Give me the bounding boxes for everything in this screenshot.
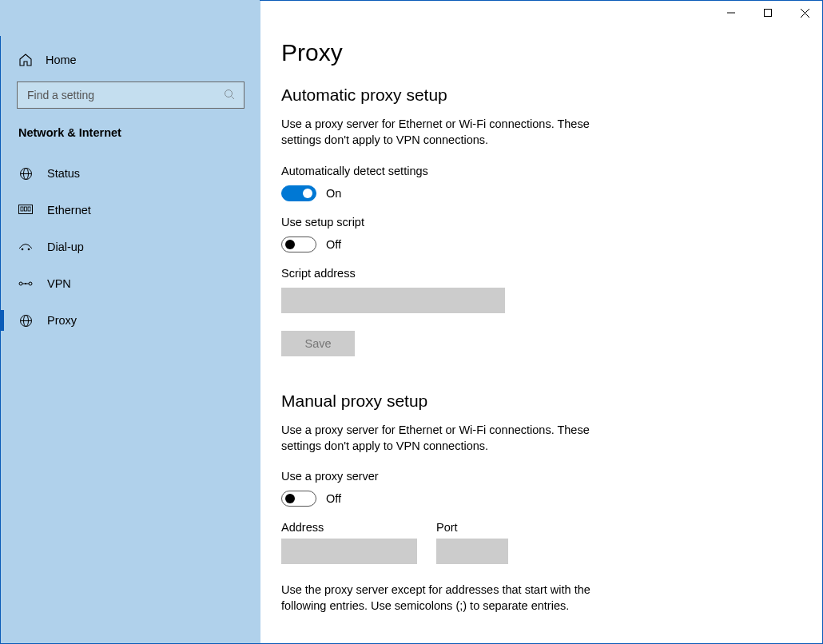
port-input: [436, 539, 508, 564]
svg-rect-2: [765, 10, 772, 17]
sidebar-item-label: Proxy: [47, 314, 77, 327]
svg-rect-13: [28, 207, 30, 211]
script-address-input: [281, 288, 505, 313]
use-proxy-label: Use a proxy server: [281, 470, 798, 483]
ethernet-icon: [18, 203, 33, 217]
svg-rect-11: [21, 207, 23, 211]
sidebar-item-ethernet[interactable]: Ethernet: [1, 192, 260, 229]
sidebar-item-vpn[interactable]: VPN: [1, 265, 260, 302]
script-address-label: Script address: [281, 267, 798, 280]
globe-icon: [18, 166, 33, 181]
manual-section-heading: Manual proxy setup: [281, 392, 798, 411]
search-input[interactable]: [26, 88, 224, 102]
close-button[interactable]: [786, 0, 823, 26]
manual-section-description: Use a proxy server for Ethernet or Wi-Fi…: [281, 422, 617, 455]
address-label: Address: [281, 521, 417, 534]
vpn-icon: [18, 276, 33, 291]
sidebar-item-label: Status: [47, 167, 80, 180]
main-content: Proxy Automatic proxy setup Use a proxy …: [260, 1, 822, 643]
svg-point-17: [29, 282, 32, 285]
dialup-icon: [18, 240, 33, 254]
search-icon: [224, 89, 236, 101]
use-proxy-state: Off: [326, 492, 341, 505]
svg-point-16: [19, 282, 22, 285]
use-script-toggle[interactable]: [281, 237, 316, 252]
auto-detect-state: On: [326, 187, 341, 200]
page-title: Proxy: [281, 39, 798, 66]
svg-line-6: [231, 97, 234, 100]
sidebar-item-status[interactable]: Status: [1, 155, 260, 192]
svg-point-19: [25, 283, 26, 284]
svg-point-5: [225, 90, 232, 97]
sidebar-item-home[interactable]: Home: [1, 45, 260, 75]
auto-section-heading: Automatic proxy setup: [281, 85, 798, 105]
maximize-button[interactable]: [749, 0, 786, 26]
address-input: [281, 539, 417, 564]
port-label: Port: [436, 521, 508, 534]
use-proxy-toggle[interactable]: [281, 491, 316, 507]
sidebar-heading: Network & Internet: [1, 123, 260, 155]
search-box[interactable]: [17, 81, 245, 109]
minimize-button[interactable]: [713, 0, 749, 26]
save-button: Save: [281, 331, 355, 356]
svg-point-15: [28, 248, 30, 251]
sidebar-item-label: VPN: [47, 277, 71, 290]
auto-detect-toggle[interactable]: [281, 185, 316, 201]
sidebar-item-dialup[interactable]: Dial-up: [1, 229, 260, 265]
globe-icon: [18, 313, 33, 328]
exceptions-text: Use the proxy server except for addresse…: [281, 582, 617, 614]
svg-rect-12: [25, 207, 27, 211]
home-icon: [18, 53, 33, 67]
auto-detect-label: Automatically detect settings: [281, 165, 798, 177]
sidebar-item-label: Dial-up: [47, 241, 84, 253]
sidebar-item-label: Ethernet: [47, 204, 91, 217]
sidebar: Home Network & Internet Status Ethernet: [1, 1, 260, 643]
auto-section-description: Use a proxy server for Ethernet or Wi-Fi…: [281, 116, 617, 149]
home-label: Home: [46, 54, 77, 66]
svg-point-14: [22, 248, 24, 251]
use-script-state: Off: [326, 238, 341, 251]
sidebar-item-proxy[interactable]: Proxy: [1, 302, 260, 339]
use-script-label: Use setup script: [281, 216, 798, 229]
